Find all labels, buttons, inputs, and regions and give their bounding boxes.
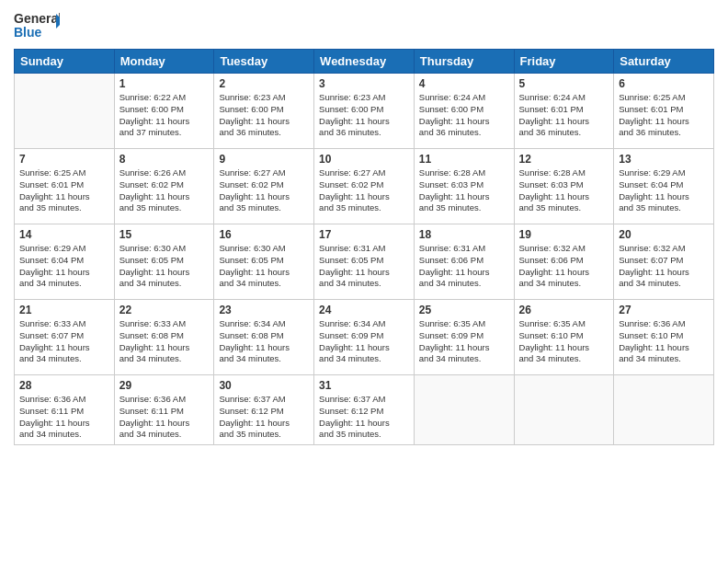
calendar-cell: 19Sunrise: 6:32 AM Sunset: 6:06 PM Dayli… [514, 224, 614, 300]
calendar-cell: 6Sunrise: 6:25 AM Sunset: 6:01 PM Daylig… [614, 74, 714, 149]
day-info: Sunrise: 6:25 AM Sunset: 6:01 PM Dayligh… [19, 167, 109, 214]
week-row-4: 21Sunrise: 6:33 AM Sunset: 6:07 PM Dayli… [15, 300, 714, 375]
day-number: 2 [219, 77, 309, 90]
day-number: 9 [219, 153, 309, 166]
day-info: Sunrise: 6:34 AM Sunset: 6:08 PM Dayligh… [219, 318, 309, 365]
day-number: 11 [419, 153, 509, 166]
weekday-header-wednesday: Wednesday [314, 50, 415, 74]
day-number: 21 [19, 304, 109, 316]
day-number: 18 [419, 228, 509, 241]
day-info: Sunrise: 6:35 AM Sunset: 6:09 PM Dayligh… [419, 318, 509, 365]
calendar-cell: 16Sunrise: 6:30 AM Sunset: 6:05 PM Dayli… [214, 224, 314, 300]
weekday-header-thursday: Thursday [414, 50, 514, 74]
calendar-cell: 26Sunrise: 6:35 AM Sunset: 6:10 PM Dayli… [514, 300, 614, 375]
calendar-cell: 30Sunrise: 6:37 AM Sunset: 6:12 PM Dayli… [214, 375, 314, 445]
day-number: 30 [219, 379, 309, 392]
day-number: 27 [619, 304, 709, 316]
week-row-2: 7Sunrise: 6:25 AM Sunset: 6:01 PM Daylig… [15, 149, 714, 224]
day-number: 29 [119, 379, 210, 392]
weekday-header-saturday: Saturday [614, 50, 714, 74]
day-info: Sunrise: 6:35 AM Sunset: 6:10 PM Dayligh… [519, 318, 609, 365]
calendar-cell: 3Sunrise: 6:23 AM Sunset: 6:00 PM Daylig… [314, 74, 415, 149]
calendar-cell: 1Sunrise: 6:22 AM Sunset: 6:00 PM Daylig… [114, 74, 214, 149]
day-info: Sunrise: 6:36 AM Sunset: 6:11 PM Dayligh… [19, 394, 109, 441]
day-info: Sunrise: 6:24 AM Sunset: 6:01 PM Dayligh… [519, 92, 609, 139]
calendar-cell [15, 74, 115, 149]
day-number: 20 [619, 228, 709, 241]
day-number: 14 [19, 228, 109, 241]
weekday-header-row: SundayMondayTuesdayWednesdayThursdayFrid… [15, 50, 714, 74]
calendar-cell: 7Sunrise: 6:25 AM Sunset: 6:01 PM Daylig… [15, 149, 115, 224]
day-info: Sunrise: 6:34 AM Sunset: 6:09 PM Dayligh… [319, 318, 409, 365]
day-number: 31 [319, 379, 409, 392]
calendar-cell: 4Sunrise: 6:24 AM Sunset: 6:00 PM Daylig… [414, 74, 514, 149]
calendar-cell: 24Sunrise: 6:34 AM Sunset: 6:09 PM Dayli… [314, 300, 415, 375]
day-number: 5 [519, 77, 609, 90]
day-number: 25 [419, 304, 509, 316]
calendar-cell: 9Sunrise: 6:27 AM Sunset: 6:02 PM Daylig… [214, 149, 314, 224]
svg-text:General: General [14, 11, 60, 26]
day-info: Sunrise: 6:30 AM Sunset: 6:05 PM Dayligh… [119, 243, 210, 290]
calendar-cell: 14Sunrise: 6:29 AM Sunset: 6:04 PM Dayli… [15, 224, 115, 300]
day-number: 8 [119, 153, 210, 166]
day-number: 4 [419, 77, 509, 90]
day-info: Sunrise: 6:37 AM Sunset: 6:12 PM Dayligh… [219, 394, 309, 441]
calendar-cell: 23Sunrise: 6:34 AM Sunset: 6:08 PM Dayli… [214, 300, 314, 375]
calendar-cell: 10Sunrise: 6:27 AM Sunset: 6:02 PM Dayli… [314, 149, 415, 224]
day-number: 17 [319, 228, 409, 241]
day-info: Sunrise: 6:32 AM Sunset: 6:06 PM Dayligh… [519, 243, 609, 290]
day-info: Sunrise: 6:31 AM Sunset: 6:06 PM Dayligh… [419, 243, 509, 290]
day-info: Sunrise: 6:31 AM Sunset: 6:05 PM Dayligh… [319, 243, 409, 290]
day-number: 26 [519, 304, 609, 316]
weekday-header-tuesday: Tuesday [214, 50, 314, 74]
day-info: Sunrise: 6:23 AM Sunset: 6:00 PM Dayligh… [219, 92, 309, 139]
day-info: Sunrise: 6:36 AM Sunset: 6:10 PM Dayligh… [619, 318, 709, 365]
day-info: Sunrise: 6:29 AM Sunset: 6:04 PM Dayligh… [19, 243, 109, 290]
calendar-cell: 22Sunrise: 6:33 AM Sunset: 6:08 PM Dayli… [114, 300, 214, 375]
calendar-cell: 15Sunrise: 6:30 AM Sunset: 6:05 PM Dayli… [114, 224, 214, 300]
page: General Blue SundayMondayTuesdayWednesda… [0, 0, 728, 563]
day-number: 12 [519, 153, 609, 166]
day-number: 16 [219, 228, 309, 241]
day-info: Sunrise: 6:24 AM Sunset: 6:00 PM Dayligh… [419, 92, 509, 139]
day-info: Sunrise: 6:25 AM Sunset: 6:01 PM Dayligh… [619, 92, 709, 139]
day-info: Sunrise: 6:33 AM Sunset: 6:07 PM Dayligh… [19, 318, 109, 365]
day-info: Sunrise: 6:23 AM Sunset: 6:00 PM Dayligh… [319, 92, 409, 139]
calendar-cell: 8Sunrise: 6:26 AM Sunset: 6:02 PM Daylig… [114, 149, 214, 224]
day-info: Sunrise: 6:26 AM Sunset: 6:02 PM Dayligh… [119, 167, 210, 214]
logo: General Blue [14, 9, 60, 41]
calendar-cell: 28Sunrise: 6:36 AM Sunset: 6:11 PM Dayli… [15, 375, 115, 445]
day-number: 10 [319, 153, 409, 166]
week-row-5: 28Sunrise: 6:36 AM Sunset: 6:11 PM Dayli… [15, 375, 714, 445]
day-number: 23 [219, 304, 309, 316]
header: General Blue [14, 9, 714, 41]
day-info: Sunrise: 6:27 AM Sunset: 6:02 PM Dayligh… [319, 167, 409, 214]
day-info: Sunrise: 6:37 AM Sunset: 6:12 PM Dayligh… [319, 394, 409, 441]
day-info: Sunrise: 6:28 AM Sunset: 6:03 PM Dayligh… [419, 167, 509, 214]
day-number: 7 [19, 153, 109, 166]
calendar-cell: 20Sunrise: 6:32 AM Sunset: 6:07 PM Dayli… [614, 224, 714, 300]
weekday-header-friday: Friday [514, 50, 614, 74]
calendar-cell: 13Sunrise: 6:29 AM Sunset: 6:04 PM Dayli… [614, 149, 714, 224]
day-info: Sunrise: 6:32 AM Sunset: 6:07 PM Dayligh… [619, 243, 709, 290]
calendar-cell: 27Sunrise: 6:36 AM Sunset: 6:10 PM Dayli… [614, 300, 714, 375]
day-info: Sunrise: 6:30 AM Sunset: 6:05 PM Dayligh… [219, 243, 309, 290]
day-info: Sunrise: 6:27 AM Sunset: 6:02 PM Dayligh… [219, 167, 309, 214]
calendar-cell [514, 375, 614, 445]
calendar-cell: 29Sunrise: 6:36 AM Sunset: 6:11 PM Dayli… [114, 375, 214, 445]
day-number: 24 [319, 304, 409, 316]
calendar-table: SundayMondayTuesdayWednesdayThursdayFrid… [14, 49, 714, 445]
calendar-cell: 5Sunrise: 6:24 AM Sunset: 6:01 PM Daylig… [514, 74, 614, 149]
day-info: Sunrise: 6:29 AM Sunset: 6:04 PM Dayligh… [619, 167, 709, 214]
day-number: 28 [19, 379, 109, 392]
day-number: 19 [519, 228, 609, 241]
calendar-cell: 11Sunrise: 6:28 AM Sunset: 6:03 PM Dayli… [414, 149, 514, 224]
calendar-cell: 21Sunrise: 6:33 AM Sunset: 6:07 PM Dayli… [15, 300, 115, 375]
calendar-cell: 25Sunrise: 6:35 AM Sunset: 6:09 PM Dayli… [414, 300, 514, 375]
svg-text:Blue: Blue [14, 25, 42, 40]
calendar-cell: 2Sunrise: 6:23 AM Sunset: 6:00 PM Daylig… [214, 74, 314, 149]
calendar-cell: 18Sunrise: 6:31 AM Sunset: 6:06 PM Dayli… [414, 224, 514, 300]
week-row-1: 1Sunrise: 6:22 AM Sunset: 6:00 PM Daylig… [15, 74, 714, 149]
day-info: Sunrise: 6:28 AM Sunset: 6:03 PM Dayligh… [519, 167, 609, 214]
day-number: 13 [619, 153, 709, 166]
